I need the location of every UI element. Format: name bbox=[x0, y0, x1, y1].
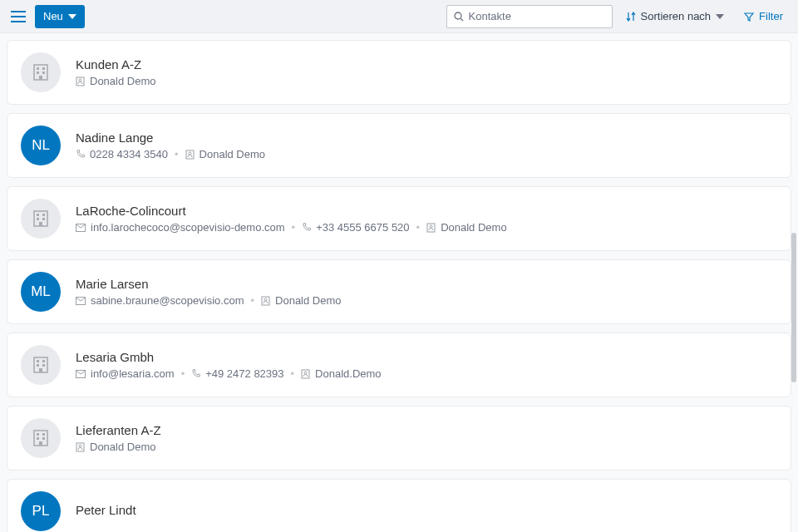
contact-meta: 0228 4334 3540•Donald Demo bbox=[76, 148, 265, 160]
search-icon bbox=[454, 12, 464, 22]
contact-meta: sabine.braune@scopevisio.com•Donald Demo bbox=[76, 294, 342, 307]
contact-card[interactable]: NLNadine Lange0228 4334 3540•Donald Demo bbox=[7, 113, 791, 178]
svg-rect-13 bbox=[42, 214, 45, 216]
contact-phone: +49 2472 82393 bbox=[205, 367, 283, 380]
sort-icon bbox=[626, 12, 636, 22]
contact-owner: Donald Demo bbox=[90, 75, 156, 87]
hamburger-icon bbox=[11, 11, 26, 22]
svg-rect-4 bbox=[37, 71, 39, 74]
contact-meta: info.larochecoco@scopevisio-demo.com•+33… bbox=[76, 221, 507, 234]
svg-rect-34 bbox=[42, 433, 45, 436]
contact-owner: Donald Demo bbox=[90, 441, 156, 453]
svg-rect-14 bbox=[37, 218, 39, 220]
person-avatar: ML bbox=[21, 272, 61, 312]
user-icon bbox=[76, 76, 85, 86]
svg-point-19 bbox=[430, 225, 432, 228]
user-icon bbox=[301, 369, 310, 379]
separator: • bbox=[416, 221, 421, 234]
svg-rect-27 bbox=[42, 364, 45, 367]
svg-rect-36 bbox=[42, 437, 45, 440]
svg-rect-15 bbox=[42, 218, 45, 220]
search-box[interactable] bbox=[446, 5, 613, 28]
building-icon bbox=[31, 428, 51, 448]
svg-rect-5 bbox=[42, 71, 45, 74]
svg-rect-3 bbox=[42, 67, 45, 70]
contact-phone: 0228 4334 3540 bbox=[90, 148, 168, 160]
chevron-down-icon bbox=[716, 14, 724, 19]
svg-rect-12 bbox=[37, 214, 39, 216]
toolbar: Neu Sortieren nach Filter bbox=[0, 0, 798, 33]
phone-icon bbox=[302, 223, 311, 232]
new-button[interactable]: Neu bbox=[35, 5, 85, 28]
new-button-label: Neu bbox=[43, 10, 63, 22]
building-icon bbox=[31, 62, 51, 82]
contact-name: Lesaria Gmbh bbox=[76, 350, 382, 364]
person-avatar: NL bbox=[21, 126, 61, 165]
sort-label: Sortieren nach bbox=[641, 10, 712, 22]
mail-icon bbox=[76, 297, 86, 305]
svg-rect-24 bbox=[37, 360, 39, 362]
separator: • bbox=[250, 294, 254, 307]
building-icon bbox=[31, 355, 51, 375]
svg-point-22 bbox=[264, 298, 267, 301]
person-avatar: PL bbox=[21, 491, 61, 531]
contact-email: info.larochecoco@scopevisio-demo.com bbox=[91, 221, 285, 234]
building-icon bbox=[31, 209, 51, 229]
filter-icon bbox=[744, 12, 754, 22]
svg-rect-35 bbox=[37, 437, 39, 440]
user-icon bbox=[426, 223, 436, 233]
svg-rect-16 bbox=[39, 222, 42, 226]
contact-owner: Donald Demo bbox=[200, 148, 266, 160]
contact-meta: info@lesaria.com•+49 2472 82393•Donald.D… bbox=[76, 367, 382, 380]
contact-phone: +33 4555 6675 520 bbox=[316, 221, 409, 234]
mail-icon bbox=[76, 370, 86, 378]
company-avatar bbox=[21, 52, 61, 92]
svg-rect-37 bbox=[39, 441, 42, 446]
contact-card[interactable]: Kunden A-ZDonald Demo bbox=[7, 40, 791, 105]
svg-rect-2 bbox=[37, 67, 39, 70]
filter-button[interactable]: Filter bbox=[737, 5, 790, 28]
avatar-initials: ML bbox=[31, 283, 51, 300]
contact-name: Lieferanten A-Z bbox=[76, 423, 161, 437]
sort-button[interactable]: Sortieren nach bbox=[619, 5, 732, 28]
user-icon bbox=[261, 296, 270, 306]
user-icon bbox=[185, 150, 195, 160]
phone-icon bbox=[76, 150, 85, 159]
contact-owner: Donald.Demo bbox=[315, 367, 382, 380]
svg-point-10 bbox=[189, 152, 191, 155]
contact-card[interactable]: Lesaria Gmbhinfo@lesaria.com•+49 2472 82… bbox=[7, 332, 791, 397]
search-input[interactable] bbox=[469, 10, 605, 22]
separator: • bbox=[292, 221, 296, 234]
separator: • bbox=[181, 367, 185, 380]
contact-card[interactable]: LaRoche-Colincourtinfo.larochecoco@scope… bbox=[7, 186, 791, 251]
svg-rect-28 bbox=[39, 368, 42, 372]
svg-point-39 bbox=[79, 445, 81, 447]
user-icon bbox=[76, 442, 85, 452]
contact-name: Peter Lindt bbox=[76, 503, 136, 517]
company-avatar bbox=[21, 418, 61, 458]
avatar-initials: NL bbox=[32, 137, 50, 154]
chevron-down-icon bbox=[68, 14, 76, 19]
scrollbar-thumb[interactable] bbox=[791, 233, 796, 382]
svg-rect-6 bbox=[39, 76, 42, 80]
contact-name: Nadine Lange bbox=[76, 131, 265, 145]
contact-name: LaRoche-Colincourt bbox=[76, 204, 507, 218]
contact-card[interactable]: PLPeter Lindt bbox=[7, 479, 791, 532]
contact-owner: Donald Demo bbox=[275, 294, 342, 307]
company-avatar bbox=[21, 199, 61, 239]
phone-icon bbox=[191, 369, 200, 378]
contact-email: info@lesaria.com bbox=[91, 367, 175, 380]
contact-card[interactable]: MLMarie Larsensabine.braune@scopevisio.c… bbox=[7, 259, 791, 324]
svg-rect-26 bbox=[37, 364, 39, 367]
separator: • bbox=[175, 148, 179, 160]
menu-button[interactable] bbox=[8, 7, 28, 27]
company-avatar bbox=[21, 345, 61, 385]
contact-card[interactable]: Lieferanten A-ZDonald Demo bbox=[7, 406, 791, 470]
svg-point-0 bbox=[455, 12, 461, 19]
contact-email: sabine.braune@scopevisio.com bbox=[91, 294, 244, 307]
svg-rect-25 bbox=[42, 360, 45, 362]
contact-name: Kunden A-Z bbox=[76, 57, 156, 71]
contact-meta: Donald Demo bbox=[76, 75, 156, 87]
separator: • bbox=[291, 367, 295, 380]
filter-label: Filter bbox=[759, 10, 783, 22]
